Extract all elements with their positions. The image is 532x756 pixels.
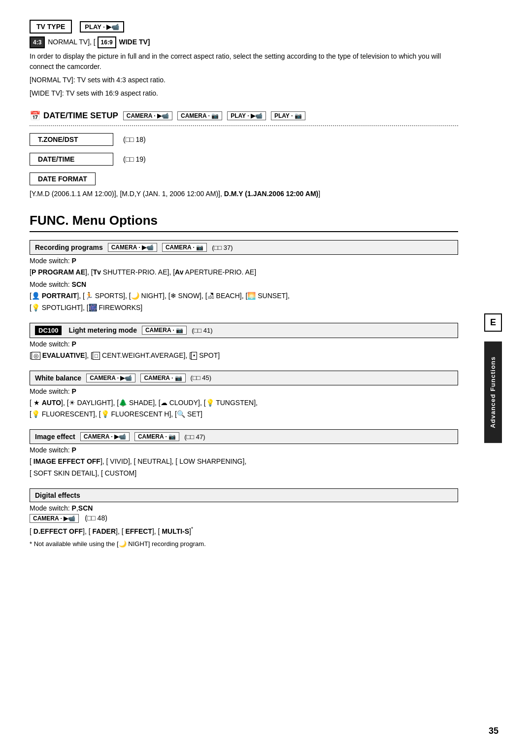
date-format-label: DATE FORMAT bbox=[30, 172, 96, 185]
play-video-badge-1: PLAY · ▶📹 bbox=[227, 111, 266, 120]
right-sidebar: E Advanced Functions 35 bbox=[483, 0, 503, 756]
advanced-functions-tab: Advanced Functions bbox=[484, 342, 502, 443]
wb-camera-video-badge: CAMERA · ▶📹 bbox=[86, 374, 135, 382]
light-metering-label: Light metering mode bbox=[68, 326, 136, 334]
ie-camera-photo-badge: CAMERA · 📷 bbox=[134, 432, 179, 441]
tv-type-box: TV TYPE bbox=[30, 20, 72, 34]
datetime-ref: (□□ 19) bbox=[123, 155, 146, 163]
func-menu-title: FUNC. Menu Options bbox=[30, 213, 458, 232]
camera-video-badge-1: CAMERA · ▶📹 bbox=[123, 111, 172, 120]
rp-mode-scn: Mode switch: SCN bbox=[30, 280, 458, 288]
de-note: * Not available while using the [🌙 NIGHT… bbox=[30, 540, 458, 548]
ratio-169-badge: 16:9 bbox=[98, 36, 116, 48]
tzone-label: T.ZONE/DST bbox=[30, 133, 113, 146]
de-desc: [ D.EFFECT OFF], [ FADER], [ EFFECT], [ … bbox=[30, 525, 458, 537]
ie-desc: [ IMAGE EFFECT OFF], [ VIVID], [ NEUTRAL… bbox=[30, 456, 458, 480]
tzone-entry: T.ZONE/DST (□□ 18) bbox=[30, 133, 458, 146]
lm-mode: Mode switch: P bbox=[30, 340, 458, 348]
tzone-ref: (□□ 18) bbox=[123, 136, 146, 143]
ratio-43-badge: 4:3 bbox=[30, 36, 45, 48]
rp-mode-p: Mode switch: P bbox=[30, 257, 458, 265]
wb-desc: [ ★ AUTO], [☀ DAYLIGHT], [🌲 SHADE], [☁ C… bbox=[30, 397, 458, 421]
ie-camera-video-badge: CAMERA · ▶📹 bbox=[80, 432, 130, 441]
ie-ref: (□□ 47) bbox=[184, 433, 205, 441]
calendar-icon: 📅 bbox=[30, 110, 40, 121]
wb-ref: (□□ 45) bbox=[191, 374, 211, 381]
rp-ref: (□□ 37) bbox=[212, 244, 233, 251]
ie-mode: Mode switch: P bbox=[30, 446, 458, 454]
datetime-setup-header: 📅 DATE/TIME SETUP CAMERA · ▶📹 CAMERA · 📷… bbox=[30, 110, 458, 126]
tv-type-desc: In order to display the picture in full … bbox=[30, 51, 458, 72]
wb-mode: Mode switch: P bbox=[30, 387, 458, 395]
tv-wide-note: [WIDE TV]: TV sets with 16:9 aspect rati… bbox=[30, 88, 458, 99]
white-balance-entry: White balance CAMERA · ▶📹 CAMERA · 📷 (□□… bbox=[30, 371, 458, 421]
datetime-entry: DATE/TIME (□□ 19) bbox=[30, 153, 458, 166]
de-mode: Mode switch: P,SCN bbox=[30, 504, 458, 512]
rp-camera-photo-badge: CAMERA · 📷 bbox=[162, 243, 207, 252]
image-effect-label: Image effect bbox=[35, 433, 75, 441]
lm-camera-photo-badge: CAMERA · 📷 bbox=[142, 326, 187, 335]
image-effect-entry: Image effect CAMERA · ▶📹 CAMERA · 📷 (□□ … bbox=[30, 429, 458, 480]
play-badge: PLAY · ▶📹 bbox=[80, 21, 124, 33]
rp-camera-video-badge: CAMERA · ▶📹 bbox=[108, 243, 157, 252]
lm-desc: [◎ EVALUATIVE], [□ CENT.WEIGHT.AVERAGE],… bbox=[30, 350, 458, 362]
date-format-section: DATE FORMAT [Y.M.D (2006.1.1 AM 12:00)],… bbox=[30, 172, 458, 199]
light-metering-entry: DC100 Light metering mode CAMERA · 📷 (□□… bbox=[30, 323, 458, 362]
page-number: 35 bbox=[489, 726, 499, 736]
de-camera-video-badge: CAMERA · ▶📹 bbox=[30, 514, 79, 523]
rp-desc-scn: [👤 PORTRAIT], [🏃 SPORTS], [🌙 NIGHT], [❄ … bbox=[30, 290, 458, 314]
camera-photo-badge-1: CAMERA · 📷 bbox=[177, 111, 222, 120]
tv-ratio-line: 4:3 NORMAL TV], [ 16:9 WIDE TV] bbox=[30, 36, 458, 48]
rp-desc-p: [P PROGRAM AE], [Tv SHUTTER-PRIO. AE], [… bbox=[30, 267, 458, 278]
lm-ref: (□□ 41) bbox=[192, 327, 212, 334]
recording-programs-label: Recording programs bbox=[35, 243, 103, 251]
datetime-setup-title: DATE/TIME SETUP bbox=[43, 111, 118, 121]
wb-camera-photo-badge: CAMERA · 📷 bbox=[140, 374, 185, 382]
e-tab: E bbox=[484, 313, 502, 332]
date-format-desc: [Y.M.D (2006.1.1 AM 12:00)], [M.D,Y (JAN… bbox=[30, 188, 458, 199]
de-camera-badge-line: CAMERA · ▶📹 (□□ 48) bbox=[30, 514, 458, 523]
recording-programs-entry: Recording programs CAMERA · ▶📹 CAMERA · … bbox=[30, 240, 458, 313]
white-balance-label: White balance bbox=[35, 374, 81, 382]
dc100-badge: DC100 bbox=[35, 326, 62, 335]
tv-type-label: TV TYPE bbox=[30, 20, 72, 34]
digital-effects-label: Digital effects bbox=[35, 491, 80, 499]
datetime-label: DATE/TIME bbox=[30, 153, 113, 166]
play-photo-badge-1: PLAY · 📷 bbox=[271, 111, 305, 120]
tv-normal-note: [NORMAL TV]: TV sets with 4:3 aspect rat… bbox=[30, 75, 458, 85]
digital-effects-entry: Digital effects Mode switch: P,SCN CAMER… bbox=[30, 488, 458, 548]
